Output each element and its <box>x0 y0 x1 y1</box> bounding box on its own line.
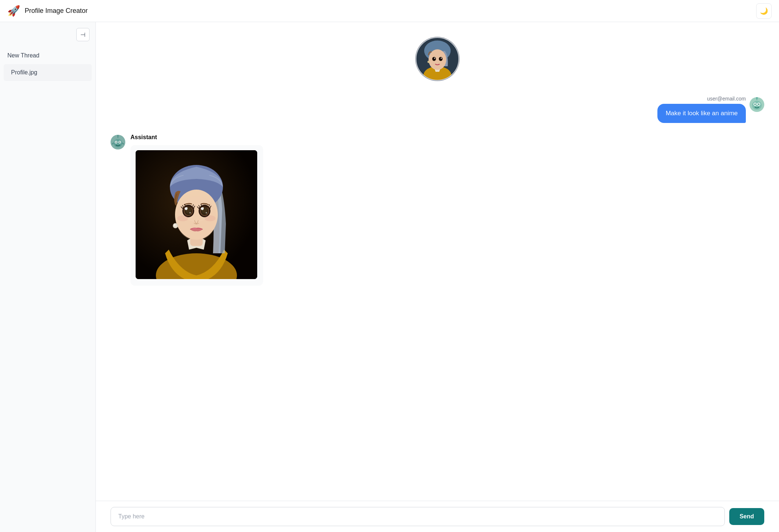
assistant-message-row: Assistant <box>111 134 764 286</box>
user-message-right: user@email.com Make it look like an anim… <box>657 96 746 123</box>
svg-point-10 <box>427 61 430 63</box>
svg-point-17 <box>758 103 759 105</box>
header-left: 🚀 Profile Image Creator <box>7 6 88 16</box>
svg-point-27 <box>117 135 119 137</box>
svg-point-49 <box>192 228 197 229</box>
svg-point-16 <box>754 103 756 105</box>
assistant-image-card <box>130 145 263 286</box>
profile-avatar-svg <box>415 37 460 81</box>
profile-image-container <box>111 33 764 85</box>
chat-input[interactable] <box>111 507 725 526</box>
thread-item-profile[interactable]: Profile.jpg <box>4 64 92 81</box>
svg-point-9 <box>441 58 442 59</box>
svg-point-24 <box>115 141 117 143</box>
user-message-bubble: Make it look like an anime <box>657 104 746 123</box>
user-email: user@email.com <box>707 96 746 102</box>
new-thread-button[interactable]: New Thread <box>0 47 95 64</box>
anime-portrait-svg <box>136 150 257 279</box>
sidebar-top: ⊣ <box>0 28 95 47</box>
svg-point-6 <box>432 57 436 61</box>
user-avatar-svg <box>750 97 764 112</box>
profile-avatar <box>415 37 460 81</box>
collapse-sidebar-button[interactable]: ⊣ <box>76 28 90 41</box>
svg-point-54 <box>174 224 175 226</box>
user-message-row: user@email.com Make it look like an anim… <box>111 96 764 123</box>
header: 🚀 Profile Image Creator 🌙 <box>0 0 779 22</box>
svg-point-13 <box>752 101 762 110</box>
dark-mode-button[interactable]: 🌙 <box>756 3 772 19</box>
app-logo: 🚀 <box>7 6 20 16</box>
svg-point-53 <box>174 224 177 228</box>
sidebar: ⊣ New Thread Profile.jpg <box>0 22 96 532</box>
assistant-avatar <box>111 135 125 152</box>
svg-point-8 <box>439 57 443 61</box>
svg-point-25 <box>119 141 120 143</box>
send-button[interactable]: Send <box>729 508 764 525</box>
assistant-content: Assistant <box>130 134 263 286</box>
assistant-avatar-svg <box>111 135 125 149</box>
input-area: Send <box>96 501 779 532</box>
svg-point-55 <box>182 196 211 222</box>
collapse-icon: ⊣ <box>80 31 85 38</box>
chat-messages: user@email.com Make it look like an anim… <box>96 22 779 501</box>
chat-area: user@email.com Make it look like an anim… <box>96 22 779 532</box>
main-layout: ⊣ New Thread Profile.jpg <box>0 22 779 532</box>
app-title: Profile Image Creator <box>25 7 88 15</box>
svg-point-7 <box>434 58 435 59</box>
user-avatar <box>750 97 764 115</box>
assistant-name-label: Assistant <box>130 134 263 141</box>
